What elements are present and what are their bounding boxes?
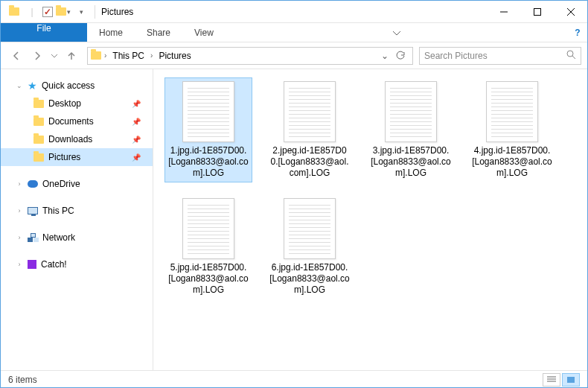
sidebar-item-label: OneDrive: [42, 179, 80, 189]
file-grid: 1.jpg.id-1E857D00.[Logan8833@aol.com].LO…: [165, 78, 587, 299]
help-button[interactable]: ?: [568, 23, 587, 42]
file-name-label: 6.jpg.id-1E857D00.[Logan8833@aol.com].LO…: [269, 262, 350, 296]
pin-icon: 📌: [132, 136, 141, 144]
sidebar-item-label: Desktop: [48, 98, 81, 109]
crumb-pictures[interactable]: Pictures: [156, 51, 194, 61]
address-bar[interactable]: › This PC › Pictures ⌄: [87, 47, 413, 65]
location-folder-icon: [91, 51, 101, 60]
sidebar-item-catch-[interactable]: ›Catch!: [1, 255, 153, 273]
monitor-icon: [28, 207, 38, 214]
pin-icon: 📌: [132, 153, 141, 162]
file-name-label: 5.jpg.id-1E857D00.[Logan8833@aol.com].LO…: [168, 262, 249, 296]
sidebar-item-desktop[interactable]: Desktop📌: [1, 95, 153, 112]
status-bar: 6 items: [1, 370, 587, 388]
file-pane[interactable]: 1.jpg.id-1E857D00.[Logan8833@aol.com].LO…: [153, 69, 587, 370]
search-input[interactable]: Search Pictures: [419, 47, 581, 65]
explorer-body: ⌄ ★ Quick access Desktop📌Documents📌Downl…: [1, 69, 587, 370]
title-bar: | ✓ ▾ ▾ Pictures: [1, 1, 587, 23]
folder-icon: [7, 4, 22, 19]
navigation-pane: ⌄ ★ Quick access Desktop📌Documents📌Downl…: [1, 69, 153, 370]
search-placeholder: Search Pictures: [424, 51, 488, 61]
svg-point-4: [567, 51, 573, 57]
sidebar-item-label: Catch!: [41, 259, 67, 270]
log-file-icon: [182, 81, 234, 142]
folder-icon: [33, 118, 44, 126]
file-item[interactable]: 3.jpg.id-1E857D00.[Logan8833@aol.com].LO…: [368, 78, 454, 182]
sidebar-label: Quick access: [42, 80, 95, 91]
file-item[interactable]: 1.jpg.id-1E857D00.[Logan8833@aol.com].LO…: [165, 78, 252, 182]
pin-icon: 📌: [132, 100, 141, 108]
log-file-icon: [182, 198, 234, 259]
maximize-button[interactable]: [520, 1, 554, 23]
sidebar-item-label: Documents: [48, 116, 94, 127]
sidebar-item-network[interactable]: ›Network: [1, 229, 153, 247]
sidebar-item-documents[interactable]: Documents📌: [1, 112, 153, 130]
qat-overflow-icon[interactable]: ▾: [56, 4, 71, 19]
tab-share[interactable]: Share: [135, 23, 182, 42]
file-name-label: 3.jpg.id-1E857D00.[Logan8833@aol.com].LO…: [371, 145, 451, 179]
app-icon: [28, 260, 36, 269]
icons-view-button[interactable]: [562, 373, 580, 387]
expand-icon[interactable]: ›: [16, 207, 23, 214]
tab-view[interactable]: View: [182, 23, 226, 42]
address-dropdown-icon[interactable]: ⌄: [381, 51, 389, 61]
folder-icon: [33, 100, 44, 108]
window-title: Pictures: [101, 7, 133, 17]
ribbon: File Home Share View ?: [1, 23, 587, 42]
chevron-right-icon[interactable]: ›: [104, 51, 106, 60]
log-file-icon: [385, 81, 437, 142]
network-icon: [28, 233, 38, 242]
close-button[interactable]: [554, 1, 587, 23]
refresh-button[interactable]: [392, 51, 409, 61]
folder-icon: [33, 153, 44, 162]
quick-access-toolbar: | ✓ ▾ ▾: [7, 4, 89, 19]
expand-icon[interactable]: ›: [16, 234, 23, 241]
star-icon: ★: [28, 80, 37, 92]
sidebar-item-this-pc[interactable]: ›This PC: [1, 202, 153, 220]
collapse-icon[interactable]: ⌄: [16, 82, 23, 89]
sidebar-item-onedrive[interactable]: ›OneDrive: [1, 175, 153, 193]
file-name-label: 1.jpg.id-1E857D00.[Logan8833@aol.com].LO…: [168, 145, 249, 179]
file-item[interactable]: 4.jpg.id-1E857D00.[Logan8833@aol.com].LO…: [469, 78, 555, 182]
title-separator: [95, 5, 95, 19]
pin-icon: 📌: [132, 118, 141, 126]
log-file-icon: [284, 198, 336, 259]
expand-icon[interactable]: ›: [16, 261, 23, 268]
chevron-right-icon[interactable]: ›: [150, 51, 153, 60]
sidebar-item-label: Pictures: [48, 152, 80, 162]
up-button[interactable]: [62, 46, 81, 66]
sidebar-quick-access[interactable]: ⌄ ★ Quick access: [1, 77, 153, 95]
tab-file[interactable]: File: [1, 23, 87, 42]
properties-checkbox-icon[interactable]: ✓: [42, 7, 53, 17]
tab-home[interactable]: Home: [87, 23, 135, 42]
recent-locations-button[interactable]: [48, 46, 60, 66]
svg-rect-9: [567, 377, 575, 383]
cloud-icon: [28, 180, 38, 188]
ribbon-expand-button[interactable]: [382, 23, 412, 42]
forward-button[interactable]: [28, 46, 47, 66]
expand-icon[interactable]: ›: [16, 180, 23, 188]
svg-rect-1: [534, 8, 540, 15]
details-view-button[interactable]: [543, 373, 560, 387]
file-item[interactable]: 5.jpg.id-1E857D00.[Logan8833@aol.com].LO…: [165, 195, 252, 299]
file-name-label: 2.jpeg.id-1E857D00.[Logan8833@aol.com].L…: [269, 145, 350, 179]
file-name-label: 4.jpg.id-1E857D00.[Logan8833@aol.com].LO…: [472, 145, 552, 179]
log-file-icon: [284, 81, 336, 142]
file-item[interactable]: 6.jpg.id-1E857D00.[Logan8833@aol.com].LO…: [266, 195, 353, 299]
search-icon[interactable]: [566, 49, 576, 62]
sidebar-item-label: Network: [42, 232, 75, 243]
sidebar-item-label: This PC: [42, 206, 74, 216]
file-item[interactable]: 2.jpeg.id-1E857D00.[Logan8833@aol.com].L…: [266, 78, 353, 182]
log-file-icon: [486, 81, 538, 142]
folder-icon: [33, 136, 44, 144]
back-button[interactable]: [7, 46, 26, 66]
sidebar-item-label: Downloads: [48, 134, 92, 144]
minimize-button[interactable]: [487, 1, 520, 23]
sidebar-item-pictures[interactable]: Pictures📌: [1, 148, 153, 166]
sidebar-item-downloads[interactable]: Downloads📌: [1, 130, 153, 148]
crumb-this-pc[interactable]: This PC: [109, 51, 147, 61]
qat-dropdown-icon[interactable]: ▾: [74, 4, 89, 19]
qat-separator: |: [25, 4, 39, 19]
window-controls: [487, 1, 587, 23]
navigation-bar: › This PC › Pictures ⌄ Search Pictures: [1, 42, 587, 69]
